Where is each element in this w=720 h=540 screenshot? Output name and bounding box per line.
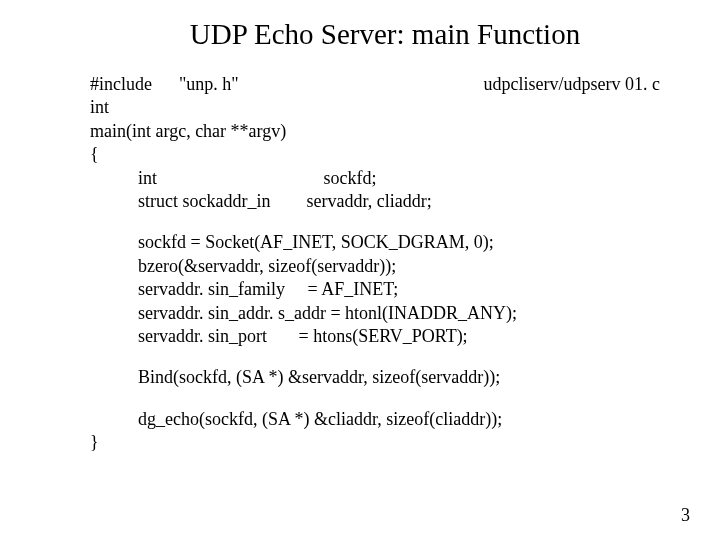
code-line: { [90,143,670,166]
code-line: dg_echo(sockfd, (SA *) &cliaddr, sizeof(… [90,408,670,431]
code-line: Bind(sockfd, (SA *) &servaddr, sizeof(se… [90,366,670,389]
code-line: servaddr. sin_port = htons(SERV_PORT); [90,325,670,348]
code-line: sockfd = Socket(AF_INET, SOCK_DGRAM, 0); [90,231,670,254]
code-line: } [90,431,670,454]
code-line: int [90,96,670,119]
code-text: #include "unp. h" [90,73,239,96]
code-line: servaddr. sin_family = AF_INET; [90,278,670,301]
slide: UDP Echo Server: main Function #include … [0,0,720,454]
slide-title: UDP Echo Server: main Function [70,18,670,51]
code-line: main(int argc, char **argv) [90,120,670,143]
page-number: 3 [681,505,690,526]
code-line: struct sockaddr_in servaddr, cliaddr; [90,190,670,213]
code-line: #include "unp. h" udpcliserv/udpserv 01.… [90,73,670,96]
code-line: servaddr. sin_addr. s_addr = htonl(INADD… [90,302,670,325]
code-line: bzero(&servaddr, sizeof(servaddr)); [90,255,670,278]
code-block: #include "unp. h" udpcliserv/udpserv 01.… [90,73,670,454]
file-label: udpcliserv/udpserv 01. c [484,73,670,96]
code-line: int sockfd; [90,167,670,190]
